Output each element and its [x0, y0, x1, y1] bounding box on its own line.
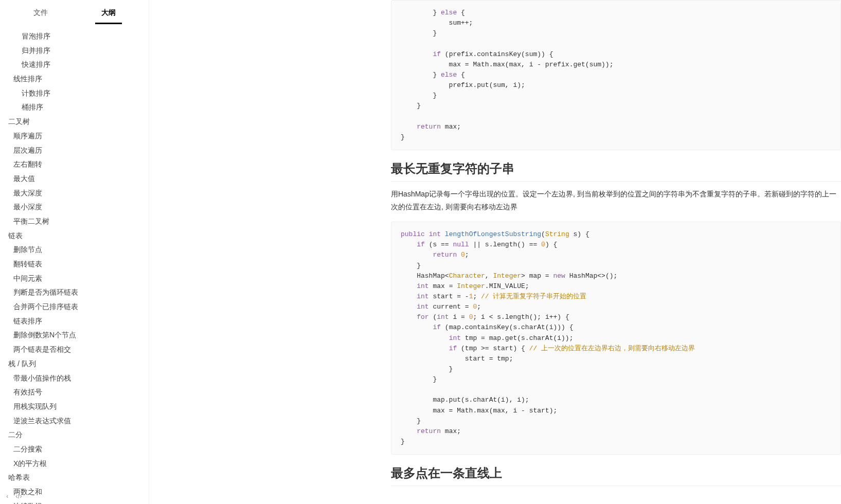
outline-list[interactable]: 冒泡排序归并排序快速排序线性排序计数排序桶排序二叉树顺序遍历层次遍历左右翻转最大… [0, 24, 149, 504]
outline-item[interactable]: 最大值 [0, 172, 149, 186]
outline-item[interactable]: 计数排序 [0, 86, 149, 101]
outline-item[interactable]: 归并排序 [0, 44, 149, 58]
outline-item[interactable]: 两个链表是否相交 [0, 343, 149, 357]
code-icon[interactable]: ‹/› [15, 492, 22, 500]
outline-item[interactable]: 层次遍历 [0, 143, 149, 158]
outline-item[interactable]: 顺序遍历 [0, 129, 149, 143]
outline-item[interactable]: 有效括号 [0, 385, 149, 400]
tab-bar: 文件 大纲 [0, 0, 149, 24]
app-root: 文件 大纲 冒泡排序归并排序快速排序线性排序计数排序桶排序二叉树顺序遍历层次遍历… [0, 0, 841, 504]
main-content[interactable]: } else { sum++; } if (prefix.containsKey… [149, 0, 841, 504]
outline-item[interactable]: 链表 [0, 229, 149, 243]
outline-item[interactable]: 逆波兰表达式求值 [0, 414, 149, 428]
paragraph-desc: 用HashMap记录每一个字母出现的位置。设定一个左边界, 到当前枚举到的位置之… [391, 188, 841, 213]
outline-item[interactable]: 左右翻转 [0, 157, 149, 172]
outline-item[interactable]: 栈 / 队列 [0, 357, 149, 371]
outline-item[interactable]: 二分搜索 [0, 442, 149, 457]
outline-item[interactable]: 判断是否为循环链表 [0, 285, 149, 300]
outline-item[interactable]: X的平方根 [0, 457, 149, 471]
heading-max-points: 最多点在一条直线上 [391, 465, 841, 486]
outline-item[interactable]: 用栈实现队列 [0, 400, 149, 414]
sidebar: 文件 大纲 冒泡排序归并排序快速排序线性排序计数排序桶排序二叉树顺序遍历层次遍历… [0, 0, 149, 504]
code-block-2[interactable]: public int lengthOfLongestSubstring(Stri… [391, 222, 841, 455]
outline-item[interactable]: 冒泡排序 [0, 29, 149, 44]
bottom-toolbar: ‹ ‹/› [0, 488, 149, 504]
outline-item[interactable]: 二分 [0, 428, 149, 442]
outline-item[interactable]: 快速排序 [0, 58, 149, 72]
outline-item[interactable]: 链表排序 [0, 314, 149, 329]
outline-item[interactable]: 哈希表 [0, 471, 149, 485]
back-icon[interactable]: ‹ [6, 492, 8, 500]
tab-outline[interactable]: 大纲 [95, 5, 122, 24]
outline-item[interactable]: 最小深度 [0, 200, 149, 214]
heading-longest-substring: 最长无重复字符的子串 [391, 160, 841, 182]
outline-item[interactable]: 线性排序 [0, 72, 149, 86]
outline-item[interactable]: 桶排序 [0, 100, 149, 115]
code-block-1[interactable]: } else { sum++; } if (prefix.containsKey… [391, 0, 841, 150]
outline-item[interactable]: 删除节点 [0, 243, 149, 257]
outline-item[interactable]: 删除倒数第N个节点 [0, 328, 149, 343]
outline-item[interactable]: 平衡二叉树 [0, 214, 149, 229]
outline-item[interactable]: 翻转链表 [0, 257, 149, 272]
tab-file[interactable]: 文件 [27, 5, 54, 24]
outline-item[interactable]: 最大深度 [0, 186, 149, 201]
outline-item[interactable]: 带最小值操作的栈 [0, 371, 149, 386]
outline-item[interactable]: 合并两个已排序链表 [0, 300, 149, 314]
outline-item[interactable]: 二叉树 [0, 115, 149, 129]
outline-item[interactable]: 中间元素 [0, 272, 149, 286]
